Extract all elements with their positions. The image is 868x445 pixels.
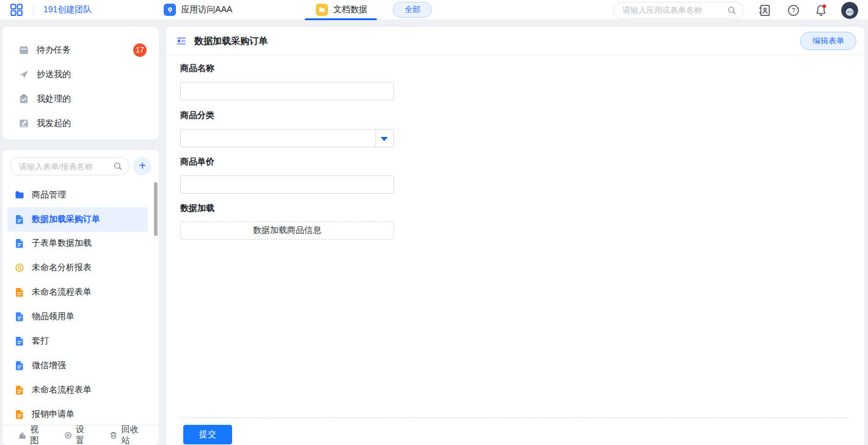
views-label: 视图 [30, 424, 44, 445]
folder-icon [15, 190, 24, 200]
page-title: 数据加载采购订单 [194, 27, 268, 55]
sidebar-item-label: 未命名分析报表 [32, 262, 92, 273]
search-icon [113, 161, 123, 174]
sidebar-item-label: 数据加载采购订单 [32, 214, 100, 225]
apps-grid-icon[interactable] [9, 2, 24, 18]
form-search[interactable] [10, 157, 129, 175]
search-icon [727, 6, 737, 18]
sidebar-item-label: 子表单数据加载 [32, 238, 92, 249]
document-icon [15, 238, 24, 248]
product-name-input[interactable] [180, 82, 394, 100]
document-icon [15, 385, 24, 395]
form-header: 数据加载采购订单 编辑表单 [166, 27, 864, 55]
trash-icon [109, 430, 117, 440]
sidebar-item-report[interactable]: 未命名分析报表 [7, 256, 148, 280]
document-icon [15, 312, 24, 322]
recycle-bin-button[interactable]: 回收站 [109, 424, 143, 445]
add-form-button[interactable]: + [133, 157, 151, 175]
sidebar-item-label: 报销申请单 [32, 409, 75, 420]
address-book-icon[interactable] [757, 3, 772, 18]
field-label-data-load: 数据加载 [180, 203, 214, 214]
sidebar-item-handled-by-me[interactable]: 我处理的 [2, 87, 159, 111]
team-name-link[interactable]: 191创建团队 [43, 4, 92, 15]
top-bar: 191创建团队 应用访问AAA 文档数据 全部 [0, 0, 868, 20]
global-search-input[interactable] [622, 6, 726, 15]
submit-button[interactable]: 提交 [183, 425, 232, 444]
tab-app-label: 应用访问AAA [181, 4, 232, 15]
sidebar-item-form[interactable]: 套打 [7, 329, 148, 353]
user-avatar[interactable] [841, 2, 858, 19]
global-search[interactable] [613, 2, 744, 19]
tab-app-access[interactable]: 应用访问AAA [164, 0, 232, 20]
sidebar-item-label: 待办任务 [37, 45, 71, 56]
sidebar-item-label: 我处理的 [37, 94, 71, 105]
field-label-product-category: 商品分类 [180, 110, 214, 121]
sidebar-item-todo-tasks[interactable]: 待办任务 17 [2, 38, 159, 62]
sidebar-item-label: 物品领用单 [32, 311, 75, 322]
sidebar-forms-panel: + 商品管理 数据加载采购订单 子 [2, 150, 159, 445]
bar-chart-icon [18, 430, 26, 440]
edit-doc-icon [18, 118, 29, 129]
document-icon [15, 336, 24, 346]
sidebar-item-folder[interactable]: 商品管理 [7, 183, 148, 207]
edit-form-button[interactable]: 编辑表单 [800, 32, 856, 50]
document-icon [15, 215, 24, 224]
send-icon [18, 69, 29, 80]
tab-doc-label: 文档数据 [333, 4, 367, 15]
svg-text:?: ? [792, 6, 795, 13]
sidebar-task-panel: 待办任务 17 抄送我的 我处理的 我发起的 [2, 27, 159, 139]
sidebar-item-form[interactable]: 未命名流程表单 [7, 378, 148, 402]
sidebar-item-label: 套打 [32, 336, 49, 347]
sidebar-item-form[interactable]: 子表单数据加载 [7, 231, 148, 256]
divider [33, 5, 34, 15]
product-price-input[interactable] [180, 175, 394, 194]
settings-icon [64, 430, 72, 440]
collapse-sidebar-icon[interactable] [175, 35, 188, 47]
sidebar-item-form[interactable]: 报销申请单 [7, 402, 148, 427]
tab-doc-data[interactable]: 文档数据 [316, 0, 367, 20]
sidebar-item-label: 商品管理 [32, 189, 66, 200]
sidebar-item-form[interactable]: 微信增强 [7, 353, 148, 378]
data-load-button[interactable]: 数据加载商品信息 [180, 221, 394, 240]
sidebar-item-form[interactable]: 未命名流程表单 [7, 280, 148, 304]
filter-all-pill[interactable]: 全部 [393, 2, 432, 18]
select-divider [375, 130, 376, 147]
sidebar-item-started-by-me[interactable]: 我发起的 [2, 111, 159, 136]
field-label-product-name: 商品名称 [180, 63, 214, 74]
form-view-panel: 数据加载采购订单 编辑表单 商品名称 商品分类 商品单价 数据加载 数据加载商品… [166, 27, 864, 445]
views-button[interactable]: 视图 [18, 424, 45, 445]
sidebar-item-form-selected[interactable]: 数据加载采购订单 [7, 207, 148, 232]
sidebar-item-label: 未命名流程表单 [32, 287, 92, 298]
settings-label: 设置 [76, 424, 90, 445]
clipboard-check-icon [18, 94, 29, 105]
folder-icon [316, 4, 328, 16]
sidebar-footer: 视图 设置 回收站 [2, 425, 159, 445]
product-category-select[interactable] [180, 129, 394, 147]
sidebar-item-label: 抄送我的 [37, 69, 71, 80]
notification-bell-icon[interactable] [814, 3, 828, 18]
sidebar-scrollbar[interactable] [154, 182, 158, 236]
chevron-down-icon [381, 137, 388, 141]
calendar-icon [18, 45, 29, 56]
active-tab-indicator [305, 18, 377, 20]
document-icon [15, 361, 24, 370]
sidebar-item-label: 未命名流程表单 [32, 384, 92, 395]
submit-divider [180, 417, 848, 418]
recycle-bin-label: 回收站 [122, 424, 143, 445]
app-icon [164, 4, 176, 16]
sidebar-item-label: 我发起的 [37, 118, 71, 129]
settings-button[interactable]: 设置 [64, 424, 90, 445]
sidebar-item-label: 微信增强 [32, 360, 66, 371]
field-label-product-price: 商品单价 [180, 156, 214, 167]
sidebar-item-cc-to-me[interactable]: 抄送我的 [2, 62, 159, 87]
sidebar-item-form[interactable]: 物品领用单 [7, 304, 148, 329]
document-icon [15, 410, 24, 419]
todo-count-badge: 17 [133, 43, 147, 57]
help-icon[interactable]: ? [786, 3, 801, 18]
report-icon [15, 263, 24, 273]
form-search-input[interactable] [19, 162, 111, 171]
document-icon [15, 287, 24, 297]
